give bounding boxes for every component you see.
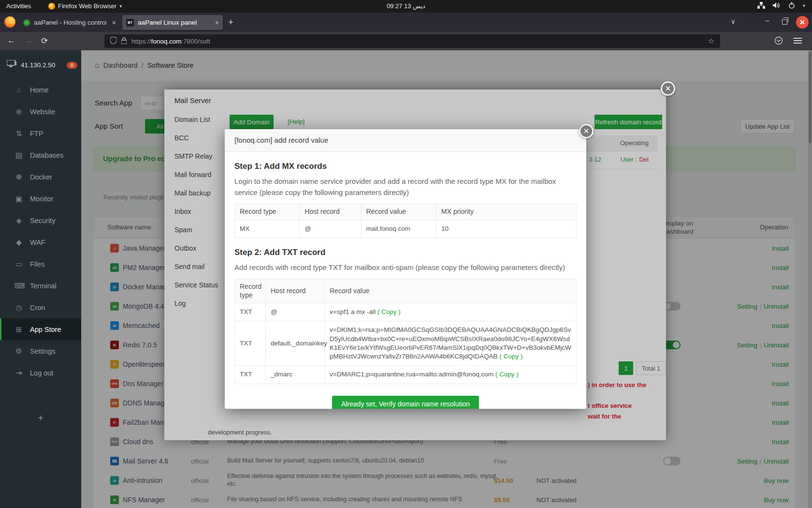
copy-spf-link[interactable]: ( Copy ): [377, 308, 401, 315]
sidebar-item-label: Log out: [30, 369, 53, 377]
sidebar-item-app-store[interactable]: ⊞App Store: [0, 318, 81, 340]
txt-record-row-dmarc: TXT _dmarc v=DMARC1;p=quarantine;rua=mai…: [235, 366, 577, 384]
sidebar-item-label: Databases: [30, 151, 63, 159]
terminal-icon: ⌨: [14, 282, 23, 290]
monitor-icon: ▣: [14, 194, 23, 203]
add-record-modal: [fonoq.com] add record value Step 1: Add…: [225, 129, 586, 409]
power-icon[interactable]: [788, 2, 795, 9]
home-icon: ⌂: [14, 86, 23, 94]
copy-dmarc-link[interactable]: ( Copy ): [495, 371, 519, 378]
sidebar-item-security[interactable]: ◈Security: [0, 209, 81, 231]
server-monitor-icon: [7, 60, 16, 70]
sidebar-item-settings[interactable]: ⚙Settings: [0, 340, 81, 362]
window-restore-button[interactable]: [782, 19, 787, 25]
forward-button[interactable]: →: [25, 36, 33, 45]
firefox-logo-icon[interactable]: [4, 16, 15, 28]
sidebar-item-files[interactable]: ▭Files: [0, 253, 81, 275]
copy-dkim-link[interactable]: ( Copy ): [499, 353, 522, 360]
txt-record-row-spf: TXT @ v=spf1 a mx -all ( Copy ): [235, 303, 577, 321]
sidebar-item-label: Security: [30, 217, 55, 224]
sidebar-item-cron[interactable]: ◷Cron: [0, 297, 81, 318]
sidebar-item-log-out[interactable]: ⇥Log out: [0, 362, 81, 384]
sidebar-item-label: Docker: [30, 173, 52, 181]
sidebar-item-ftp[interactable]: ⇅FTP: [0, 122, 81, 144]
sidebar-item-monitor[interactable]: ▣Monitor: [0, 188, 81, 209]
url-text: https://fonoq.com:7800/soft: [131, 38, 210, 45]
txt-records-table: Record type Host record Record value TXT…: [234, 279, 577, 384]
shield-icon[interactable]: [110, 37, 116, 45]
logout-icon: ⇥: [14, 369, 23, 377]
sidebar-item-terminal[interactable]: ⌨Terminal: [0, 275, 81, 297]
mail-dialog-close-button[interactable]: ✕: [661, 81, 675, 96]
sidebar-item-label: Settings: [30, 347, 55, 355]
sidebar-item-databases[interactable]: ▤Databases: [0, 144, 81, 166]
database-icon: ▤: [14, 151, 23, 160]
window-close-button[interactable]: ✕: [796, 16, 809, 29]
server-ip: 41.130.2.50: [21, 61, 55, 69]
pocket-icon[interactable]: [774, 36, 783, 47]
website-icon: ⊕: [14, 107, 23, 116]
menu-hamburger-icon[interactable]: [794, 38, 802, 45]
close-tab-icon[interactable]: ×: [211, 19, 219, 27]
modal-title: [fonoq.com] add record value: [225, 129, 586, 152]
tab-aapanel-linux-panel[interactable]: BT aaPanel Linux panel ×: [122, 15, 223, 30]
cron-icon: ◷: [14, 303, 23, 312]
step2-heading: Step 2: Add TXT record: [234, 248, 577, 257]
close-tab-icon[interactable]: ×: [108, 19, 116, 27]
list-tabs-chevron-icon[interactable]: ∨: [731, 18, 736, 25]
record-modal-close-button[interactable]: ✕: [579, 124, 594, 138]
server-selector[interactable]: 41.130.2.50 0: [7, 60, 77, 70]
waf-icon: ◆: [14, 238, 23, 247]
dmarc-value: v=DMARC1;p=quarantine;rua=mailto:admin@f…: [330, 371, 493, 378]
sidebar: 41.130.2.50 0 ⌂Home⊕Website⇅FTP▤Database…: [0, 50, 81, 508]
sidebar-item-label: Monitor: [30, 195, 53, 203]
caret-down-icon[interactable]: ▾: [803, 3, 805, 8]
files-icon: ▭: [14, 260, 23, 269]
back-button[interactable]: ←: [7, 36, 15, 45]
docker-icon: ☸: [14, 173, 23, 181]
lock-icon[interactable]: [121, 37, 127, 45]
reload-button[interactable]: ⟳: [41, 36, 48, 46]
window-minimize-button[interactable]: −: [765, 16, 769, 25]
clock[interactable]: 09:27 13 ديس: [0, 2, 812, 10]
dkim-value: v=DKIM1;k=rsa;p=MIGfMA0GCSqGSIb3DQEBAQUA…: [330, 326, 571, 360]
appstore-icon: ⊞: [14, 325, 23, 334]
bookmark-star-icon[interactable]: ☆: [708, 37, 714, 45]
mx-records-table: Record type Host record Record value MX …: [234, 204, 577, 238]
url-host: fonoq.com: [151, 38, 182, 45]
tab-aapanel-hosting-control[interactable]: aaPanel - Hosting control ×: [19, 15, 120, 30]
sidebar-item-label: Home: [30, 86, 49, 94]
verify-domain-button[interactable]: Already set, Verify domain name resoluti…: [332, 396, 479, 409]
ftp-icon: ⇅: [14, 129, 23, 138]
sidebar-item-label: Files: [30, 260, 45, 268]
sidebar-item-home[interactable]: ⌂Home: [0, 79, 81, 101]
sidebar-nav: ⌂Home⊕Website⇅FTP▤Databases☸Docker▣Monit…: [0, 79, 81, 384]
sidebar-item-label: Terminal: [30, 282, 57, 290]
step1-heading: Step 1: Add MX records: [234, 162, 577, 171]
url-bar[interactable]: https://fonoq.com:7800/soft ☆: [104, 34, 720, 48]
notification-badge[interactable]: 0: [67, 62, 77, 69]
system-top-bar: Activities Firefox Web Browser ▾ 09:27 1…: [0, 0, 812, 13]
sidebar-item-waf[interactable]: ◆WAF: [0, 231, 81, 253]
bt-favicon: BT: [126, 19, 134, 27]
step1-description: Login to the domain name service provide…: [234, 176, 577, 198]
sidebar-item-label: App Store: [30, 326, 61, 333]
sidebar-item-label: FTP: [30, 130, 43, 137]
sidebar-item-docker[interactable]: ☸Docker: [0, 166, 81, 188]
mx-record-row: MX @ mail.fonoq.com 10: [235, 220, 577, 238]
settings-icon: ⚙: [14, 347, 23, 356]
new-tab-button[interactable]: +: [228, 17, 233, 28]
security-icon: ◈: [14, 216, 23, 225]
tab-title: aaPanel - Hosting control: [34, 19, 106, 26]
sidebar-item-label: Cron: [30, 304, 45, 312]
tab-title: aaPanel Linux panel: [138, 19, 197, 26]
volume-icon[interactable]: [773, 2, 781, 9]
txt-record-row-dkim: TXT default._domainkey v=DKIM1;k=rsa;p=M…: [235, 321, 577, 366]
step2-description: Add records with record type TXT for mai…: [234, 262, 577, 273]
network-icon[interactable]: [757, 2, 765, 9]
sidebar-item-website[interactable]: ⊕Website: [0, 101, 81, 122]
browser-tab-bar: aaPanel - Hosting control × BT aaPanel L…: [0, 13, 812, 32]
browser-nav-bar: ← → ⟳ https://fonoq.com:7800/soft ☆: [0, 32, 812, 50]
add-server-button[interactable]: +: [0, 413, 81, 424]
sidebar-item-label: WAF: [30, 239, 45, 246]
